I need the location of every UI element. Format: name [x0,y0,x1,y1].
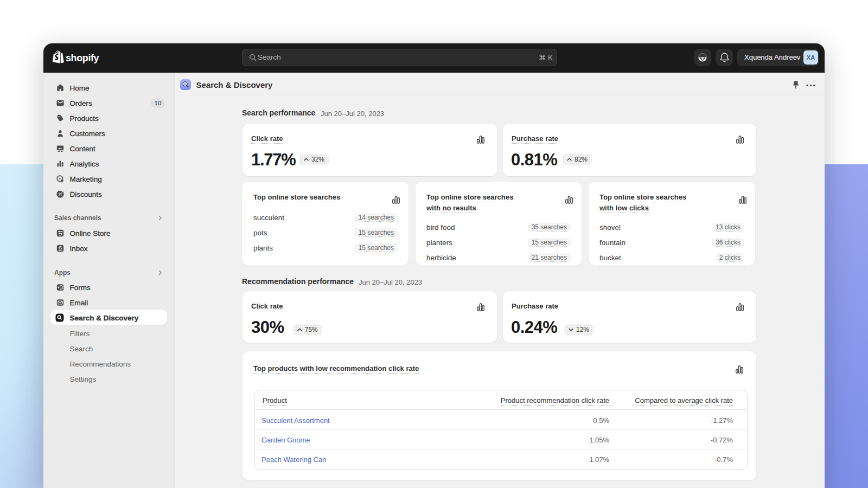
svg-text:S: S [59,245,62,251]
